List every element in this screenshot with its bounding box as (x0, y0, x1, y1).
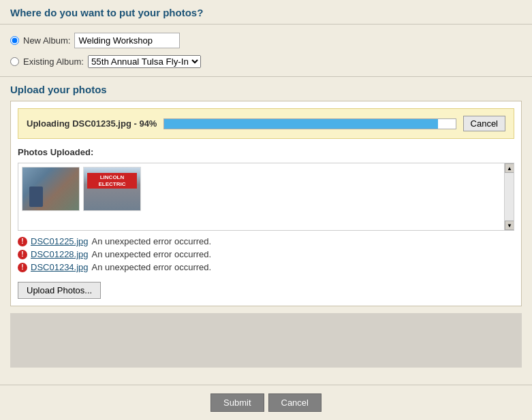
gray-placeholder-area (10, 313, 522, 368)
thumbnails-scrollbar[interactable]: ▲ ▼ (504, 163, 514, 230)
existing-album-row: Existing Album: 55th Annual Tulsa Fly-In (10, 55, 522, 68)
scroll-up-arrow[interactable]: ▲ (505, 163, 514, 173)
new-album-label: New Album: (23, 35, 70, 46)
upload-photos-button[interactable]: Upload Photos... (18, 282, 101, 299)
new-album-radio[interactable] (10, 36, 19, 45)
error-filename-3[interactable]: DSC01234.jpg (31, 262, 89, 272)
progress-bar-track (163, 118, 456, 129)
new-album-row: New Album: (10, 33, 522, 48)
error-list: ! DSC01225.jpg An unexpected error occur… (18, 236, 514, 272)
error-icon-3: ! (18, 263, 27, 272)
error-message-1: An unexpected error occurred. (92, 236, 212, 246)
submit-button[interactable]: Submit (210, 393, 264, 412)
scroll-down-arrow[interactable]: ▼ (505, 221, 514, 230)
upload-box: Uploading DSC01235.jpg - 94% Cancel Phot… (10, 101, 522, 306)
error-item-1: ! DSC01225.jpg An unexpected error occur… (18, 236, 514, 246)
new-album-input[interactable] (74, 33, 180, 48)
existing-album-label: Existing Album: (23, 56, 84, 67)
progress-cancel-button[interactable]: Cancel (463, 116, 505, 131)
bottom-buttons: Submit Cancel (0, 385, 532, 420)
thumbnails-wrapper: LINCOLNELECTRIC ▲ ▼ (18, 163, 514, 231)
scroll-track (505, 173, 514, 221)
page-header: Where do you want to put your photos? (0, 0, 532, 25)
existing-album-select[interactable]: 55th Annual Tulsa Fly-In (88, 55, 201, 68)
upload-section-title: Upload your photos (10, 84, 107, 95)
thumbnail-1 (22, 167, 80, 211)
progress-bar-container: Uploading DSC01235.jpg - 94% Cancel (18, 108, 514, 139)
upload-section-header: Upload your photos (0, 77, 532, 101)
progress-text: Uploading DSC01235.jpg - 94% (27, 118, 157, 129)
error-item-2: ! DSC01228.jpg An unexpected error occur… (18, 249, 514, 259)
error-filename-2[interactable]: DSC01228.jpg (31, 249, 89, 259)
album-options: New Album: Existing Album: 55th Annual T… (0, 25, 532, 77)
error-icon-2: ! (18, 250, 27, 259)
error-icon-1: ! (18, 237, 27, 246)
thumbnail-2: LINCOLNELECTRIC (83, 167, 141, 211)
thumbnail-2-banner: LINCOLNELECTRIC (87, 173, 137, 189)
cancel-button[interactable]: Cancel (268, 393, 322, 412)
page-title: Where do you want to put your photos? (10, 7, 203, 18)
error-message-3: An unexpected error occurred. (92, 262, 212, 272)
error-item-3: ! DSC01234.jpg An unexpected error occur… (18, 262, 514, 272)
error-filename-1[interactable]: DSC01225.jpg (31, 236, 89, 246)
thumbnails-scroll[interactable]: LINCOLNELECTRIC ▲ ▼ (18, 163, 514, 231)
photos-uploaded-label: Photos Uploaded: (18, 147, 514, 157)
progress-bar-fill (164, 119, 437, 129)
existing-album-radio[interactable] (10, 57, 19, 66)
error-message-2: An unexpected error occurred. (92, 249, 212, 259)
